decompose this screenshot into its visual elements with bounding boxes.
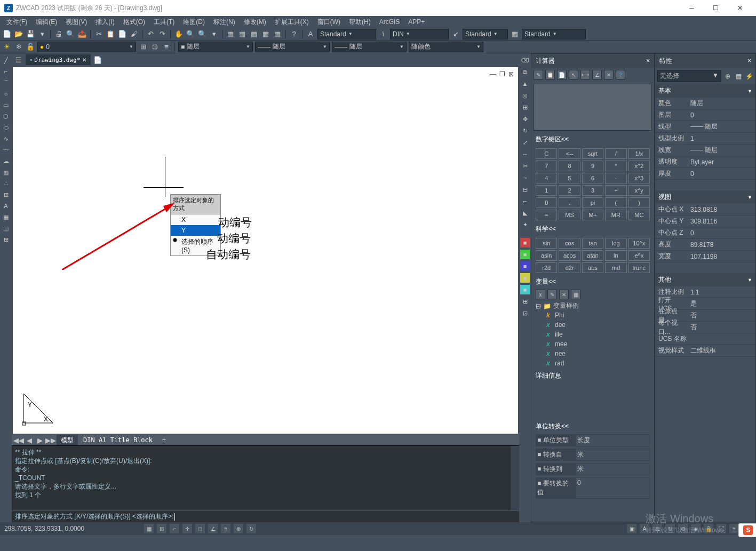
context-menu-item[interactable]: X (171, 214, 220, 225)
calc-key[interactable]: 5 (559, 173, 580, 183)
props-row[interactable]: 透明度ByLayer (655, 156, 755, 168)
tab-close-icon[interactable]: ✕ (82, 57, 86, 63)
props-row[interactable]: 颜色随层 (655, 98, 755, 109)
calc-key[interactable]: acos (559, 250, 580, 261)
help-icon[interactable]: ? (289, 29, 299, 39)
menu-item[interactable]: APP+ (404, 17, 429, 27)
var-item[interactable]: xrad (536, 358, 650, 368)
calc-key[interactable]: trunc (628, 262, 650, 273)
canvas-min-icon[interactable]: — (490, 70, 496, 78)
calc-key[interactable]: ln (605, 250, 626, 261)
calc-pick-icon[interactable]: ↖ (569, 70, 578, 79)
calc-key[interactable]: r2d (536, 262, 557, 273)
menu-item[interactable]: 标注(N) (209, 17, 240, 28)
doc-prev-icon[interactable]: ☰ (14, 55, 23, 65)
var-header[interactable]: 变量<< (531, 275, 654, 289)
circle-icon[interactable]: ○ (1, 89, 11, 99)
new-icon[interactable]: 📄 (2, 29, 12, 39)
fillet-icon[interactable]: ⌐ (520, 196, 530, 206)
calc-key[interactable]: 7 (536, 161, 557, 171)
redo-icon[interactable]: ↷ (157, 29, 167, 39)
calc-key[interactable]: abs (582, 262, 603, 273)
pan-icon[interactable]: ✋ (174, 29, 184, 39)
layout-next-icon[interactable]: ◀ (25, 435, 34, 445)
cloud-icon[interactable]: ▦ (261, 29, 270, 39)
calc-key[interactable]: 1/x (628, 148, 650, 159)
color7-icon[interactable]: ⊡ (520, 308, 530, 318)
var-calc-icon[interactable]: ▦ (571, 290, 580, 299)
props-row[interactable]: 厚度0 (655, 168, 755, 180)
copy-icon[interactable]: 📋 (106, 29, 115, 39)
menu-item[interactable]: 窗口(W) (313, 17, 345, 28)
calc-key[interactable]: x^3 (628, 173, 650, 183)
calc-key[interactable]: C (536, 148, 557, 159)
calc-key[interactable]: 10^x (628, 238, 650, 249)
menu-item[interactable]: 扩展工具(X) (270, 17, 313, 28)
layout-prev-icon[interactable]: ◀◀ (14, 435, 23, 445)
match-icon[interactable]: 🖌 (129, 29, 139, 39)
calc-key[interactable]: ( (605, 197, 626, 208)
lineweight-dropdown[interactable]: ——随层▼ (332, 42, 407, 52)
calc-key[interactable]: 0 (536, 197, 557, 208)
var-item[interactable]: xnee (536, 349, 650, 358)
calc-key[interactable]: * (605, 161, 626, 171)
calc-key[interactable]: <-- (559, 148, 580, 159)
plotcolor-dropdown[interactable]: 随颜色▼ (409, 42, 483, 52)
menu-item[interactable]: 格式(O) (119, 17, 149, 28)
scale-icon[interactable]: ⤢ (520, 138, 530, 147)
calc-key[interactable]: MS (559, 210, 580, 220)
calc-key[interactable]: = (536, 210, 557, 220)
var-item[interactable]: kPhi (536, 310, 650, 320)
var-item[interactable]: xille (536, 330, 650, 339)
extend-icon[interactable]: → (520, 173, 530, 182)
calc-ang-icon[interactable]: ∠ (592, 70, 602, 79)
var-item[interactable]: xmee (536, 339, 650, 349)
design-icon[interactable]: ▦ (237, 29, 247, 39)
paste-icon[interactable]: 📄 (117, 29, 127, 39)
calc-key[interactable]: rnd (605, 262, 626, 273)
move-icon[interactable]: ✥ (520, 114, 530, 124)
props-row[interactable]: 图层0 (655, 109, 755, 121)
spline-icon[interactable]: ∿ (1, 134, 11, 143)
calc-key[interactable]: M+ (582, 210, 603, 220)
color6-icon[interactable]: ⊞ (520, 297, 530, 306)
layer-icon[interactable]: ☀ (2, 42, 12, 52)
props-row[interactable]: UCS 名称 (655, 333, 755, 345)
osnap-icon[interactable]: □ (195, 524, 205, 533)
props-row[interactable]: 每个视口...否 (655, 322, 755, 333)
otrack-icon[interactable]: ∠ (208, 524, 218, 533)
color5-icon[interactable]: ■ (520, 285, 530, 294)
props-section-header[interactable]: 基本▼ (655, 84, 755, 98)
props-row[interactable]: 视觉样式二维线框 (655, 345, 755, 357)
command-input[interactable]: 排序选定对象的方式 [X/Y/选择的顺序(S)] <选择的顺序>: (12, 510, 519, 522)
tablestyle-icon[interactable]: ▦ (510, 29, 520, 39)
scrollbar[interactable] (511, 446, 519, 510)
calc-key[interactable]: MR (605, 210, 626, 220)
ellipse-icon[interactable]: ⬭ (1, 123, 11, 132)
calc-key[interactable]: - (605, 173, 626, 183)
menu-item[interactable]: 帮助(H) (345, 17, 375, 28)
cycle-icon[interactable]: ↻ (246, 524, 256, 533)
var-folder[interactable]: 变量样例 (553, 301, 579, 310)
layermgr-icon[interactable]: ⊞ (138, 42, 148, 52)
print-icon[interactable]: 🖨 (54, 29, 63, 39)
calc-dist-icon[interactable]: ⟷ (580, 70, 590, 79)
pline-icon[interactable]: ⌐ (1, 67, 11, 76)
color-dropdown[interactable]: ■随层▼ (178, 42, 253, 52)
explode-icon[interactable]: ✦ (520, 220, 530, 229)
menu-item[interactable]: 工具(T) (149, 17, 179, 28)
calc-key[interactable]: 4 (536, 173, 557, 183)
var-del-icon[interactable]: ✕ (559, 290, 569, 299)
minimize-button[interactable]: ─ (680, 1, 704, 15)
break-icon[interactable]: ⊟ (520, 185, 530, 194)
props-icon[interactable]: ▦ (226, 29, 235, 39)
layer2-icon[interactable]: ❄ (14, 42, 23, 52)
calc-clear-icon[interactable]: ✎ (534, 70, 543, 79)
mirror-icon[interactable]: ▲ (520, 79, 530, 89)
color4-icon[interactable]: ■ (520, 273, 530, 283)
polygon-icon[interactable]: ⬡ (1, 111, 11, 121)
calc-key[interactable]: d2r (559, 262, 580, 273)
unit-header[interactable]: 单位转换<< (531, 420, 654, 433)
layerstate-icon[interactable]: ⊡ (150, 42, 160, 52)
trim-icon[interactable]: ✂ (520, 161, 530, 171)
